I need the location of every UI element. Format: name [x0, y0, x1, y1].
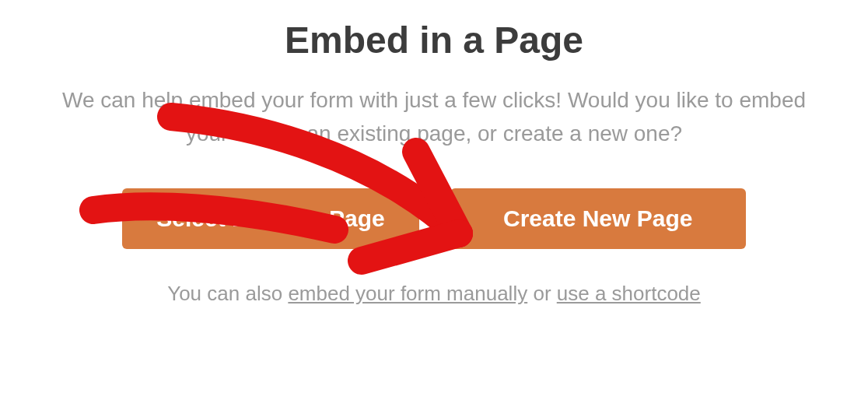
- footer-prefix: You can also: [167, 282, 288, 305]
- footer-mid: or: [533, 282, 556, 305]
- footer-text: You can also embed your form manually or…: [167, 282, 701, 306]
- select-existing-page-button[interactable]: Select Existing Page: [122, 188, 418, 249]
- use-shortcode-link[interactable]: use a shortcode: [557, 282, 701, 305]
- dialog-title: Embed in a Page: [285, 19, 583, 61]
- create-new-page-button[interactable]: Create New Page: [450, 188, 746, 249]
- embed-manually-link[interactable]: embed your form manually: [288, 282, 527, 305]
- button-row: Select Existing Page Create New Page: [122, 188, 745, 249]
- dialog-description: We can help embed your form with just a …: [61, 83, 807, 151]
